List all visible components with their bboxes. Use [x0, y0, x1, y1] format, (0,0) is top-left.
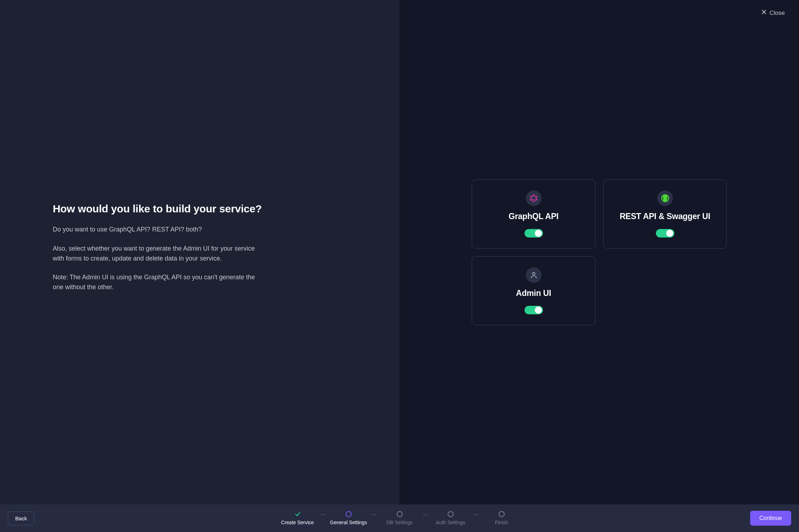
step-db-settings[interactable]: DB Settings	[381, 511, 418, 525]
step-connector	[321, 514, 325, 515]
option-card-graphql: GraphQL API	[472, 179, 595, 248]
step-connector	[423, 514, 427, 515]
options-panel: Close	[400, 0, 799, 504]
info-paragraph-1: Do you want to use GraphQL API? REST API…	[53, 225, 265, 235]
back-button[interactable]: Back	[8, 511, 34, 525]
continue-button[interactable]: Continue	[750, 511, 791, 526]
step-circle-icon	[345, 511, 351, 517]
close-label: Close	[770, 10, 785, 17]
toggle-graphql[interactable]	[525, 229, 543, 238]
option-title-rest: REST API & Swagger UI	[620, 212, 710, 221]
close-icon	[761, 9, 767, 17]
step-create-service[interactable]: Create Service	[279, 511, 316, 525]
step-circle-icon	[448, 511, 454, 517]
step-label: Finish	[495, 520, 508, 525]
step-auth-settings[interactable]: Auth Settings	[432, 511, 469, 525]
step-connector	[372, 514, 376, 515]
progress-stepper: Create Service General Settings DB Setti…	[279, 511, 520, 525]
user-icon	[526, 267, 542, 283]
info-paragraph-2: Also, select whether you want to generat…	[53, 244, 265, 264]
svg-point-12	[532, 272, 535, 275]
option-title-admin: Admin UI	[516, 288, 551, 298]
step-general-settings[interactable]: General Settings	[330, 511, 367, 525]
step-circle-icon	[499, 511, 505, 517]
option-card-rest: { } REST API & Swagger UI	[603, 179, 727, 248]
graphql-icon	[526, 190, 542, 206]
svg-point-4	[533, 194, 534, 195]
info-paragraph-3: Note: The Admin UI is using the GraphQL …	[53, 273, 265, 292]
step-label: DB Settings	[386, 520, 413, 525]
option-card-admin: Admin UI	[472, 256, 595, 325]
step-finish[interactable]: Finish	[483, 511, 520, 525]
wizard-footer: Back Create Service General Settings DB …	[0, 504, 799, 532]
check-icon	[294, 511, 300, 517]
step-label: General Settings	[330, 520, 367, 525]
svg-point-6	[536, 199, 537, 200]
toggle-rest[interactable]	[656, 229, 674, 238]
info-panel: How would you like to build your service…	[0, 0, 400, 504]
toggle-admin[interactable]	[525, 306, 543, 314]
svg-marker-3	[531, 195, 537, 200]
step-label: Auth Settings	[436, 520, 465, 525]
svg-point-5	[536, 196, 537, 197]
step-connector	[474, 514, 478, 515]
svg-point-8	[530, 199, 531, 200]
svg-point-9	[530, 196, 531, 197]
option-title-graphql: GraphQL API	[509, 212, 559, 221]
rest-api-icon: { }	[657, 190, 673, 206]
step-circle-icon	[397, 511, 403, 517]
step-label: Create Service	[281, 520, 314, 525]
svg-text:{ }: { }	[662, 196, 669, 201]
svg-point-7	[533, 201, 534, 202]
close-button[interactable]: Close	[761, 9, 785, 17]
page-heading: How would you like to build your service…	[53, 203, 265, 215]
